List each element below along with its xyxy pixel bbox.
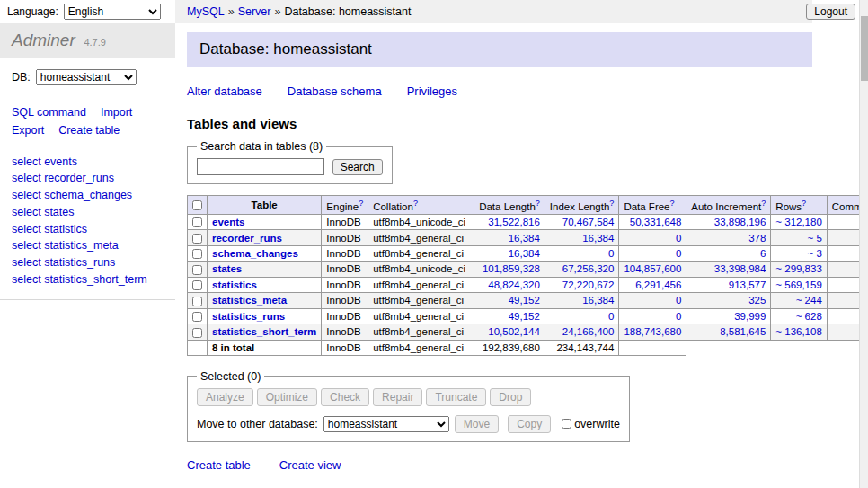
copy-button[interactable]: Copy — [508, 415, 551, 433]
value-link[interactable]: 378 — [748, 233, 766, 244]
value-link[interactable]: 39,999 — [734, 311, 766, 322]
sidebar-link[interactable]: Create table — [58, 124, 120, 137]
value-link[interactable]: 24,166,400 — [562, 326, 615, 337]
value-link[interactable]: 10,502,144 — [488, 326, 540, 337]
sidebar-table-link[interactable]: select statistics_meta — [12, 237, 164, 254]
sidebar-table-link[interactable]: select statistics_runs — [12, 254, 164, 271]
value-link[interactable]: 67,256,320 — [562, 263, 615, 274]
help-link[interactable]: ? — [802, 199, 806, 208]
value-link[interactable]: ~ 569,159 — [775, 279, 821, 290]
move-db-select[interactable]: homeassistant — [323, 416, 449, 432]
value-link[interactable]: 0 — [676, 295, 681, 306]
help-link[interactable]: ? — [609, 199, 614, 208]
value-link[interactable]: 104,857,600 — [624, 263, 681, 274]
breadcrumb-link[interactable]: MySQL — [187, 5, 225, 18]
table-name-link[interactable]: statistics — [212, 279, 257, 290]
table-name-link[interactable]: schema_changes — [212, 248, 298, 259]
select-all-checkbox[interactable] — [192, 200, 202, 210]
sidebar-link[interactable]: SQL command — [12, 106, 86, 119]
value-link[interactable]: 0 — [608, 311, 614, 322]
db-select[interactable]: homeassistant — [36, 69, 137, 85]
row-checkbox[interactable] — [192, 297, 202, 306]
value-link[interactable]: ~ 5 — [808, 233, 822, 244]
value-link[interactable]: 913,577 — [729, 279, 766, 290]
help-link[interactable]: ? — [670, 199, 675, 208]
row-checkbox[interactable] — [192, 328, 202, 338]
value-link[interactable]: 72,220,672 — [562, 279, 615, 290]
value-link[interactable]: 6 — [760, 248, 766, 259]
value-link[interactable]: 16,384 — [509, 233, 540, 244]
row-checkbox[interactable] — [192, 265, 202, 275]
value-link[interactable]: ~ 3 — [808, 248, 822, 259]
db-action-link[interactable]: Database schema — [288, 84, 382, 98]
value-link[interactable]: 33,398,984 — [714, 263, 766, 274]
table-name-link[interactable]: events — [212, 217, 244, 227]
language-select[interactable]: English — [64, 4, 161, 20]
value-link[interactable]: 50,331,648 — [630, 217, 682, 227]
help-link[interactable]: ? — [536, 199, 540, 208]
value-link[interactable]: ~ 244 — [796, 295, 822, 306]
value-link[interactable]: 325 — [748, 295, 766, 306]
value-link[interactable]: ~ 628 — [796, 311, 822, 322]
value-link[interactable]: 8,581,645 — [720, 326, 766, 337]
create-link[interactable]: Create view — [279, 458, 341, 472]
value-link[interactable]: 0 — [676, 311, 681, 322]
search-input[interactable] — [197, 158, 324, 175]
db-action-link[interactable]: Privileges — [407, 84, 457, 98]
value-link[interactable]: 49,152 — [509, 311, 540, 322]
breadcrumb-link[interactable]: Server — [238, 5, 271, 18]
help-link[interactable]: ? — [413, 199, 418, 208]
search-button[interactable]: Search — [332, 159, 383, 175]
help-link[interactable]: ? — [359, 199, 363, 208]
value-link[interactable]: 0 — [608, 248, 614, 259]
table-name-link[interactable]: recorder_runs — [212, 233, 282, 244]
row-checkbox[interactable] — [192, 312, 202, 322]
row-checkbox[interactable] — [192, 249, 202, 259]
row-checkbox[interactable] — [192, 217, 202, 227]
operation-button[interactable]: Truncate — [426, 388, 486, 406]
value-link[interactable]: 16,384 — [509, 248, 540, 259]
overwrite-checkbox[interactable] — [562, 419, 571, 429]
value-link[interactable]: 49,152 — [509, 295, 540, 306]
operation-button[interactable]: Optimize — [257, 388, 317, 406]
value-link[interactable]: ~ 312,180 — [775, 217, 821, 227]
table-name-link[interactable]: statistics_meta — [212, 295, 287, 306]
sidebar-table-link[interactable]: select states — [12, 204, 164, 221]
value-link[interactable]: 48,824,320 — [488, 279, 540, 290]
row-checkbox[interactable] — [192, 234, 202, 244]
vertical-scrollbar[interactable] — [859, 0, 868, 488]
help-link[interactable]: ? — [761, 199, 766, 208]
logout-button[interactable]: Logout — [806, 4, 855, 20]
create-link[interactable]: Create table — [187, 458, 251, 472]
value-link[interactable]: 70,467,584 — [562, 217, 615, 227]
value-link[interactable]: 31,522,816 — [488, 217, 540, 227]
value-link[interactable]: 0 — [676, 248, 681, 259]
sidebar-table-link[interactable]: select recorder_runs — [12, 170, 164, 187]
value-link[interactable]: 0 — [676, 233, 681, 244]
move-button[interactable]: Move — [455, 415, 499, 433]
operation-button[interactable]: Check — [321, 388, 369, 406]
value-link[interactable]: 6,291,456 — [635, 279, 681, 290]
value-link[interactable]: 33,898,196 — [714, 217, 766, 227]
table-name-link[interactable]: statistics_runs — [212, 311, 285, 322]
operation-button[interactable]: Drop — [490, 388, 531, 406]
sidebar-table-link[interactable]: select events — [12, 154, 164, 171]
table-name-link[interactable]: statistics_short_term — [212, 326, 316, 337]
value-link[interactable]: ~ 299,833 — [775, 263, 821, 274]
value-link[interactable]: ~ 136,108 — [775, 326, 821, 337]
value-link[interactable]: 16,384 — [582, 233, 614, 244]
row-checkbox[interactable] — [192, 280, 202, 290]
scrollbar-thumb[interactable] — [861, 16, 868, 81]
sidebar-table-link[interactable]: select schema_changes — [12, 187, 164, 204]
sidebar-table-link[interactable]: select statistics_short_term — [12, 271, 164, 288]
value-link[interactable]: 16,384 — [582, 295, 614, 306]
sidebar-link[interactable]: Import — [101, 106, 132, 119]
operation-button[interactable]: Repair — [373, 388, 422, 406]
sidebar-link[interactable]: Export — [12, 124, 44, 137]
sidebar-table-link[interactable]: select statistics — [12, 221, 164, 238]
table-name-link[interactable]: states — [212, 263, 242, 274]
value-link[interactable]: 188,743,680 — [624, 326, 681, 337]
db-action-link[interactable]: Alter database — [187, 84, 262, 98]
operation-button[interactable]: Analyze — [197, 388, 253, 406]
value-link[interactable]: 101,859,328 — [483, 263, 540, 274]
